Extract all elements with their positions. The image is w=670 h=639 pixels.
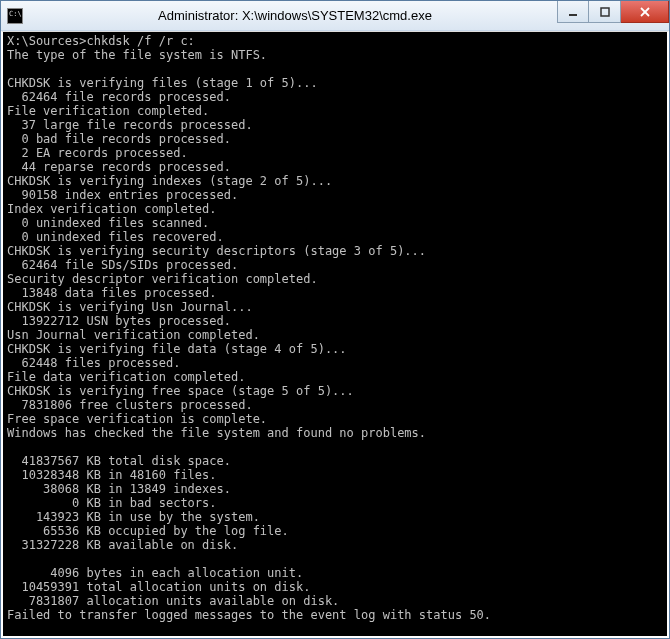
terminal-line: 7831806 free clusters processed. <box>7 398 663 412</box>
terminal-line: 62464 file SDs/SIDs processed. <box>7 258 663 272</box>
terminal-line: 2 EA records processed. <box>7 146 663 160</box>
terminal-line: 38068 KB in 13849 indexes. <box>7 482 663 496</box>
terminal-line: CHKDSK is verifying file data (stage 4 o… <box>7 342 663 356</box>
terminal-line: 0 KB in bad sectors. <box>7 496 663 510</box>
cmd-icon <box>7 8 23 24</box>
window-controls <box>557 1 669 23</box>
terminal-line: 0 bad file records processed. <box>7 132 663 146</box>
terminal-line: CHKDSK is verifying security descriptors… <box>7 244 663 258</box>
terminal-line: File verification completed. <box>7 104 663 118</box>
terminal-line: 44 reparse records processed. <box>7 160 663 174</box>
terminal-line <box>7 62 663 76</box>
terminal-line <box>7 552 663 566</box>
terminal-line: 0 unindexed files recovered. <box>7 230 663 244</box>
terminal-line: 13848 data files processed. <box>7 286 663 300</box>
terminal-output[interactable]: X:\Sources>chkdsk /f /r c:The type of th… <box>1 31 669 638</box>
terminal-line: 7831807 allocation units available on di… <box>7 594 663 608</box>
terminal-line: CHKDSK is verifying indexes (stage 2 of … <box>7 174 663 188</box>
terminal-line: Windows has checked the file system and … <box>7 426 663 440</box>
svg-rect-1 <box>601 8 609 16</box>
maximize-icon <box>600 7 610 17</box>
cmd-window: Administrator: X:\windows\SYSTEM32\cmd.e… <box>0 0 670 639</box>
minimize-button[interactable] <box>557 1 589 23</box>
terminal-line: Security descriptor verification complet… <box>7 272 663 286</box>
terminal-line: 41837567 KB total disk space. <box>7 454 663 468</box>
terminal-line: CHKDSK is verifying files (stage 1 of 5)… <box>7 76 663 90</box>
terminal-line: 65536 KB occupied by the log file. <box>7 524 663 538</box>
close-button[interactable] <box>621 1 669 23</box>
terminal-line: 13922712 USN bytes processed. <box>7 314 663 328</box>
titlebar[interactable]: Administrator: X:\windows\SYSTEM32\cmd.e… <box>1 1 669 31</box>
window-title: Administrator: X:\windows\SYSTEM32\cmd.e… <box>31 8 559 23</box>
terminal-line: 4096 bytes in each allocation unit. <box>7 566 663 580</box>
terminal-line: Usn Journal verification completed. <box>7 328 663 342</box>
minimize-icon <box>568 7 578 17</box>
terminal-line: File data verification completed. <box>7 370 663 384</box>
terminal-line: 143923 KB in use by the system. <box>7 510 663 524</box>
terminal-line: Failed to transfer logged messages to th… <box>7 608 663 622</box>
terminal-line: 62464 file records processed. <box>7 90 663 104</box>
maximize-button[interactable] <box>589 1 621 23</box>
terminal-line: X:\Sources>chkdsk /f /r c: <box>7 34 663 48</box>
close-icon <box>639 7 651 17</box>
terminal-line <box>7 440 663 454</box>
terminal-line: 10328348 KB in 48160 files. <box>7 468 663 482</box>
terminal-line: Free space verification is complete. <box>7 412 663 426</box>
terminal-line: Index verification completed. <box>7 202 663 216</box>
terminal-line: 90158 index entries processed. <box>7 188 663 202</box>
terminal-line: 10459391 total allocation units on disk. <box>7 580 663 594</box>
terminal-line: CHKDSK is verifying free space (stage 5 … <box>7 384 663 398</box>
terminal-line: 31327228 KB available on disk. <box>7 538 663 552</box>
terminal-line: CHKDSK is verifying Usn Journal... <box>7 300 663 314</box>
terminal-line: 62448 files processed. <box>7 356 663 370</box>
terminal-line: 37 large file records processed. <box>7 118 663 132</box>
terminal-line: 0 unindexed files scanned. <box>7 216 663 230</box>
svg-rect-0 <box>569 14 577 16</box>
terminal-line: The type of the file system is NTFS. <box>7 48 663 62</box>
